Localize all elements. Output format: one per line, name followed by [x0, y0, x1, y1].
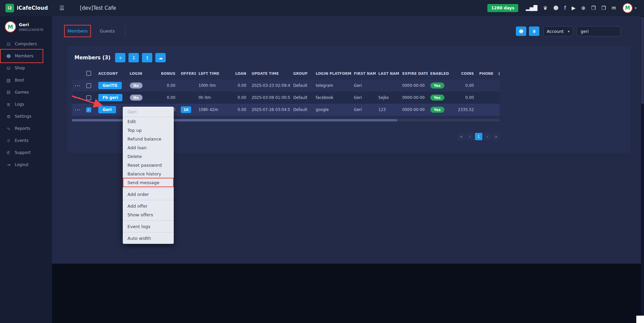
menu-item-add-loan[interactable]: Add loan	[123, 143, 174, 152]
enabled-badge: Yes	[430, 95, 444, 101]
menu-item-send-message[interactable]: Send message	[123, 178, 174, 187]
app-logo-glyph: i2	[8, 6, 12, 10]
cell-coins: 0.00	[452, 92, 477, 104]
row-checkbox[interactable]	[86, 95, 91, 100]
sidebar-item-computers[interactable]: ⊡Computers	[0, 38, 52, 50]
menu-item-delete[interactable]: Delete	[123, 152, 174, 161]
tournament-filter-button[interactable]: ♛	[529, 26, 539, 36]
account-button[interactable]: Fb geri	[98, 94, 122, 101]
sidebar-item-games[interactable]: ⚄Games	[0, 86, 52, 98]
sidebar-item-logout[interactable]: ⇥Logout	[0, 159, 52, 171]
offers-badge[interactable]: 10	[181, 106, 191, 113]
tab-members[interactable]: Members	[67, 28, 88, 34]
vertical-scrollbar-thumb[interactable]	[641, 17, 644, 104]
tags-icon[interactable]: ❒	[601, 6, 606, 11]
user-avatar-letter: M	[8, 24, 13, 30]
row-checkbox[interactable]: ✓	[86, 107, 91, 112]
select-all-checkbox[interactable]	[86, 71, 91, 76]
logout-icon: ⇥	[6, 163, 11, 167]
cell-left_time: 108h 42m	[196, 104, 230, 116]
sidebar-item-boot[interactable]: ▤Boot	[0, 74, 52, 86]
menu-item-refund-balance[interactable]: Refund balance	[123, 134, 174, 143]
row-actions-button[interactable]: •••	[74, 84, 81, 88]
avatar[interactable]: M	[623, 3, 633, 13]
cell-group: Default	[290, 79, 313, 92]
youtube-icon[interactable]: ▶	[572, 6, 576, 11]
cell-login_platform: google	[313, 104, 351, 116]
cell-offers	[178, 92, 196, 104]
pages-icon[interactable]: ❐	[591, 6, 595, 11]
globe-icon[interactable]: ⊕	[581, 6, 586, 11]
account-button[interactable]: Geri	[98, 106, 116, 113]
chevron-down-icon[interactable]: ▾	[635, 6, 637, 10]
stats-icon[interactable]: ▂▅█	[526, 6, 537, 11]
tab-guests[interactable]: Guests	[100, 28, 115, 34]
menu-item-auto-width[interactable]: Auto width	[123, 234, 174, 243]
cell-update_time: 2025-03-23 02:09:49	[249, 79, 290, 92]
sidebar-item-logs[interactable]: ≣Logs	[0, 98, 52, 110]
page-button[interactable]: «	[458, 133, 465, 140]
topbar-right: 1280 days ▂▅█♛☻f▶⊕❐❒✉ M ▾	[487, 3, 644, 13]
page-button[interactable]: »	[492, 133, 500, 140]
cell-expire_date: 0000-00-00	[399, 92, 427, 104]
sidebar-item-shop[interactable]: ⛁Shop	[0, 62, 52, 74]
mail-icon[interactable]: ✉	[611, 6, 616, 11]
facebook-icon[interactable]: f	[564, 6, 566, 11]
menu-item-edit[interactable]: Edit	[123, 117, 174, 126]
page-button[interactable]: ›	[484, 133, 491, 140]
column-header-login_platform: LOGIN PLATFORM	[313, 67, 351, 79]
search-field-select[interactable]: Account ▾	[543, 26, 573, 36]
sidebar-item-label: Games	[15, 90, 29, 95]
shop-icon: ⛁	[6, 66, 11, 70]
menu-item-balance-history[interactable]: Balance history	[123, 169, 174, 178]
cell-account: Fb geri	[96, 92, 127, 104]
app-logo: i2	[5, 4, 14, 12]
account-button[interactable]: GeriTG	[98, 82, 122, 89]
cell-actions: •••	[72, 79, 84, 92]
sidebar-item-members[interactable]: ☻Members	[0, 50, 52, 62]
cloud-sync-button[interactable]: ☁	[155, 53, 166, 62]
sidebar-item-support[interactable]: ✆Support	[0, 147, 52, 159]
page-button[interactable]: ‹	[466, 133, 474, 140]
horizontal-scrollbar-thumb[interactable]	[72, 119, 397, 121]
tabs: MembersGuests	[67, 25, 125, 36]
column-header-partial: (	[496, 67, 500, 79]
members-filter-button[interactable]: ☻	[516, 26, 526, 36]
menu-item-top-up[interactable]: Top up	[123, 126, 174, 134]
cell-bonus: 0.00	[158, 92, 178, 104]
menu-item-event-logs[interactable]: Event logs	[123, 222, 174, 231]
sidebar-item-reports[interactable]: ∿Reports	[0, 122, 52, 134]
add-member-button[interactable]: +	[115, 53, 125, 62]
row-actions-button[interactable]: •••	[74, 96, 81, 100]
sidebar-menu: ⊡Computers☻Members⛁Shop▤Boot⚄Games≣Logs⚙…	[0, 38, 52, 171]
logs-icon: ≣	[6, 102, 11, 107]
column-header-bonus: BONUS	[158, 67, 178, 79]
column-header-coins: COINS	[452, 67, 477, 79]
user-avatar[interactable]: M	[5, 21, 16, 33]
topbar-icons: ▂▅█♛☻f▶⊕❐❒✉	[526, 6, 616, 11]
menu-item-add-offer[interactable]: Add offer	[123, 202, 174, 210]
discord-icon[interactable]: ☻	[553, 6, 558, 11]
page-button[interactable]: 1	[475, 133, 482, 140]
cell-loan: 0.00	[230, 79, 249, 92]
sidebar-item-label: Reports	[15, 126, 30, 131]
menu-item-reset-password[interactable]: Reset password	[123, 161, 174, 169]
row-actions-button[interactable]: •••	[74, 108, 81, 112]
sidebar-item-settings[interactable]: ⚙Settings	[0, 110, 52, 122]
menu-item-show-offers[interactable]: Show offers	[123, 210, 174, 219]
cell-login: No	[127, 92, 158, 104]
sidebar-item-label: Logs	[15, 102, 24, 107]
cell-group: Default	[290, 92, 313, 104]
column-header-update_time: UPDATE TIME	[249, 67, 290, 79]
import-button[interactable]: ↧	[128, 53, 139, 62]
row-checkbox[interactable]	[86, 83, 91, 88]
export-button[interactable]: ↥	[142, 53, 152, 62]
trophy-icon[interactable]: ♛	[543, 6, 547, 11]
subscription-days-badge[interactable]: 1280 days	[487, 4, 519, 12]
events-icon: ♕	[6, 139, 11, 143]
vertical-scrollbar[interactable]	[641, 16, 644, 323]
search-input[interactable]	[577, 26, 621, 36]
sidebar-item-events[interactable]: ♕Events	[0, 134, 52, 147]
menu-item-add-order[interactable]: Add order	[123, 190, 174, 199]
menu-toggle-icon[interactable]: ☰	[59, 5, 64, 11]
